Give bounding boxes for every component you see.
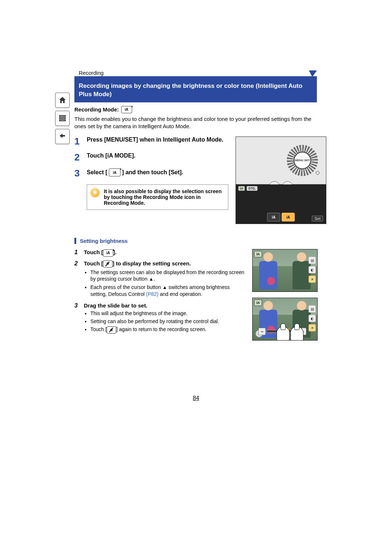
page-number: 84 [193, 395, 199, 402]
step-number: 2 [74, 152, 83, 162]
preview-thumbnail: iA ▤ ◐ ☀ [252, 249, 318, 292]
step-text: Select [ + ] and then touch [Set]. [87, 168, 183, 176]
page-reference-link[interactable]: (P82) [146, 291, 158, 297]
substep-number: 3 [74, 302, 80, 335]
substep-title: Touch [+]. [84, 249, 117, 257]
substep-number: 1 [74, 249, 80, 257]
control-dial-icon: MENU SET [287, 145, 318, 176]
section-label: Recording [74, 70, 103, 76]
contents-icon[interactable] [55, 111, 70, 126]
bullet-item: The settings screen can also be displaye… [90, 269, 246, 282]
touch-finger-icon [290, 327, 303, 341]
exposure-side-icon: ☀ [309, 276, 316, 283]
bullet-item: Touch [] again to return to the recordin… [90, 326, 219, 333]
mode-button-ia-plus: iA [282, 213, 295, 221]
bullet-item: Setting can also be performed by rotatin… [90, 318, 219, 325]
set-button-label: Set [312, 216, 323, 221]
page-title: Recording images by changing the brightn… [74, 78, 317, 102]
exposure-icon [107, 326, 116, 334]
side-icon: ◐ [309, 266, 316, 273]
intro-paragraph: This mode enables you to change the brig… [74, 115, 317, 130]
side-icon: ▤ [309, 257, 316, 264]
bullet-item: Each press of the cursor button ▲ switch… [90, 284, 246, 297]
home-icon[interactable] [55, 93, 70, 108]
side-icon: ▤ [309, 305, 316, 313]
step-text: Touch [iA MODE]. [87, 152, 135, 159]
substep-number: 2 [74, 260, 80, 299]
thumb-mode-badge: iA [254, 300, 262, 306]
recording-mode-label: Recording Mode: [74, 106, 119, 113]
ia-plus-icon-inline: + [109, 168, 121, 176]
subsection-heading: Setting brightness [74, 238, 317, 244]
slider-minus-button: − [258, 328, 266, 335]
bullet-item: This will adjust the brightness of the i… [90, 310, 219, 317]
substep-content: Drag the slide bar to set. This will adj… [84, 302, 219, 335]
screen-style-tag: STD. [246, 186, 258, 191]
up-arrow-icon: ▲ [149, 276, 154, 282]
step-number: 1 [74, 137, 83, 146]
lightbulb-icon [91, 188, 99, 197]
side-icon: ◐ [309, 315, 316, 322]
ia-plus-icon-inline: + [103, 249, 113, 257]
touch-finger-icon [277, 327, 290, 341]
mode-button-ia: iA [267, 213, 280, 221]
preview-thumbnail-slider: iA ▤ ◐ ☀ ≡ − + [252, 298, 318, 341]
tip-note: It is also possible to display the selec… [87, 184, 228, 210]
camera-illustration: MENU SET iA STD. iA iA Set [236, 137, 326, 224]
up-arrow-icon: ▲ [162, 285, 167, 290]
menu-set-button: MENU SET [294, 152, 311, 169]
back-icon[interactable] [55, 129, 70, 144]
ia-plus-icon: + [121, 106, 132, 113]
screen-mode-tag: iA [238, 186, 245, 191]
substep-content: Touch [] to display the setting screen. … [84, 260, 246, 299]
exposure-side-icon: ☀ [309, 324, 316, 331]
step-number: 3 [74, 168, 83, 178]
thumb-mode-badge: iA [254, 251, 262, 257]
exposure-icon [103, 260, 113, 268]
step-text: Press [MENU/SET] when in Intelligent Aut… [87, 137, 223, 143]
